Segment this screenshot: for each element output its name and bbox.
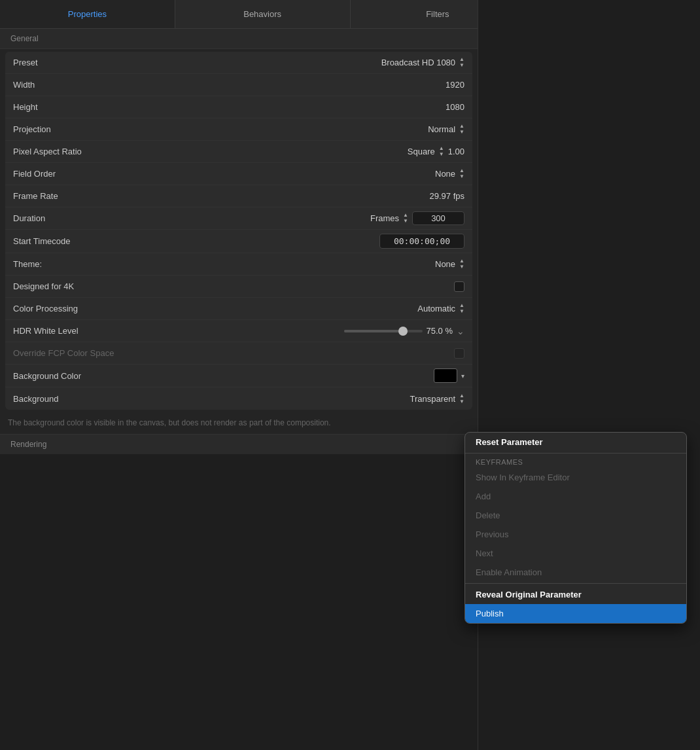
- override-fcp-label: Override FCP Color Space: [13, 348, 118, 358]
- rendering-section-header: Rendering: [0, 434, 478, 454]
- general-section-header: General: [0, 29, 478, 49]
- override-fcp-row: Override FCP Color Space: [5, 342, 472, 365]
- projection-stepper[interactable]: ▲▼: [459, 124, 464, 135]
- background-color-label: Background Color: [13, 371, 118, 381]
- width-label: Width: [13, 80, 118, 90]
- height-label: Height: [13, 102, 118, 112]
- preset-label: Preset: [13, 58, 118, 67]
- theme-value: None ▲▼: [118, 259, 464, 270]
- projection-value: Normal ▲▼: [118, 124, 464, 135]
- background-stepper[interactable]: ▲▼: [459, 393, 464, 404]
- hdr-white-level-value: 75.0 % ⌄: [118, 326, 464, 336]
- context-menu-add[interactable]: Add: [465, 487, 686, 506]
- hdr-white-level-slider[interactable]: [344, 330, 423, 332]
- context-menu-publish[interactable]: Publish: [465, 604, 686, 623]
- tab-behaviors[interactable]: Behaviors: [175, 0, 351, 28]
- designed-for-4k-label: Designed for 4K: [13, 281, 118, 291]
- hdr-white-level-label: HDR White Level: [13, 326, 118, 336]
- preset-row: Preset Broadcast HD 1080 ▲▼: [5, 52, 472, 74]
- background-value: Transparent ▲▼: [118, 393, 464, 404]
- background-label: Background: [13, 394, 118, 404]
- height-value: 1080: [118, 102, 464, 112]
- right-panel: [478, 0, 700, 750]
- context-menu: Reset Parameter KEYFRAMES Show In Keyfra…: [464, 432, 687, 624]
- field-order-label: Field Order: [13, 169, 118, 179]
- width-value: 1920: [118, 80, 464, 90]
- color-processing-value: Automatic ▲▼: [118, 303, 464, 314]
- color-processing-label: Color Processing: [13, 304, 118, 313]
- duration-label: Duration: [13, 213, 118, 223]
- context-menu-show-in-keyframe-editor[interactable]: Show In Keyframe Editor: [465, 468, 686, 487]
- frame-rate-value: 29.97 fps: [118, 191, 464, 201]
- theme-stepper[interactable]: ▲▼: [459, 259, 464, 270]
- properties-box: Preset Broadcast HD 1080 ▲▼ Width 1920 H…: [5, 52, 472, 410]
- start-timecode-input[interactable]: 00:00:00;00: [379, 234, 464, 249]
- color-processing-stepper[interactable]: ▲▼: [459, 303, 464, 314]
- pixel-aspect-ratio-value: Square ▲▼ 1.00: [118, 146, 464, 157]
- start-timecode-label: Start Timecode: [13, 236, 118, 246]
- field-order-stepper[interactable]: ▲▼: [459, 168, 464, 179]
- duration-stepper[interactable]: ▲▼: [403, 213, 408, 224]
- duration-input[interactable]: 300: [412, 211, 464, 225]
- context-menu-enable-animation[interactable]: Enable Animation: [465, 563, 686, 582]
- theme-row: Theme: None ▲▼: [5, 253, 472, 276]
- hdr-white-level-expand-icon[interactable]: ⌄: [457, 326, 464, 336]
- background-color-swatch[interactable]: [434, 368, 457, 383]
- preset-value: Broadcast HD 1080 ▲▼: [118, 57, 464, 68]
- designed-for-4k-checkbox[interactable]: [454, 281, 464, 292]
- color-processing-row: Color Processing Automatic ▲▼: [5, 298, 472, 320]
- background-row: Background Transparent ▲▼: [5, 387, 472, 410]
- hdr-white-level-row: HDR White Level 75.0 % ⌄: [5, 320, 472, 342]
- start-timecode-value: 00:00:00;00: [118, 234, 464, 249]
- tab-properties[interactable]: Properties: [0, 0, 175, 28]
- override-fcp-checkbox[interactable]: [454, 348, 464, 359]
- context-menu-divider-2: [465, 583, 686, 584]
- context-menu-divider-1: [465, 453, 686, 454]
- width-row: Width 1920: [5, 74, 472, 96]
- context-menu-previous[interactable]: Previous: [465, 525, 686, 544]
- pixel-aspect-ratio-stepper[interactable]: ▲▼: [439, 146, 444, 157]
- designed-for-4k-value: [118, 281, 464, 292]
- context-menu-reveal-original[interactable]: Reveal Original Parameter: [465, 585, 686, 604]
- field-order-value: None ▲▼: [118, 168, 464, 179]
- height-row: Height 1080: [5, 96, 472, 118]
- duration-value: Frames ▲▼ 300: [118, 211, 464, 225]
- pixel-aspect-ratio-label: Pixel Aspect Ratio: [13, 147, 118, 156]
- projection-label: Projection: [13, 124, 118, 134]
- theme-label: Theme:: [13, 259, 118, 269]
- background-description: The background color is visible in the c…: [0, 412, 478, 434]
- frame-rate-label: Frame Rate: [13, 191, 118, 201]
- properties-panel: General Preset Broadcast HD 1080 ▲▼ Widt…: [0, 29, 478, 454]
- context-menu-keyframes-label: KEYFRAMES: [465, 455, 686, 468]
- duration-row: Duration Frames ▲▼ 300: [5, 207, 472, 230]
- override-fcp-value: [118, 348, 464, 359]
- background-color-row: Background Color ▾: [5, 365, 472, 387]
- context-menu-delete[interactable]: Delete: [465, 506, 686, 525]
- pixel-aspect-ratio-row: Pixel Aspect Ratio Square ▲▼ 1.00: [5, 141, 472, 163]
- start-timecode-row: Start Timecode 00:00:00;00: [5, 230, 472, 253]
- background-color-value: ▾: [118, 368, 464, 383]
- frame-rate-row: Frame Rate 29.97 fps: [5, 185, 472, 207]
- context-menu-next[interactable]: Next: [465, 544, 686, 563]
- field-order-row: Field Order None ▲▼: [5, 163, 472, 185]
- designed-for-4k-row: Designed for 4K: [5, 276, 472, 298]
- context-menu-reset-parameter[interactable]: Reset Parameter: [465, 433, 686, 452]
- preset-stepper[interactable]: ▲▼: [459, 57, 464, 68]
- background-color-dropdown-icon[interactable]: ▾: [461, 372, 464, 380]
- projection-row: Projection Normal ▲▼: [5, 118, 472, 141]
